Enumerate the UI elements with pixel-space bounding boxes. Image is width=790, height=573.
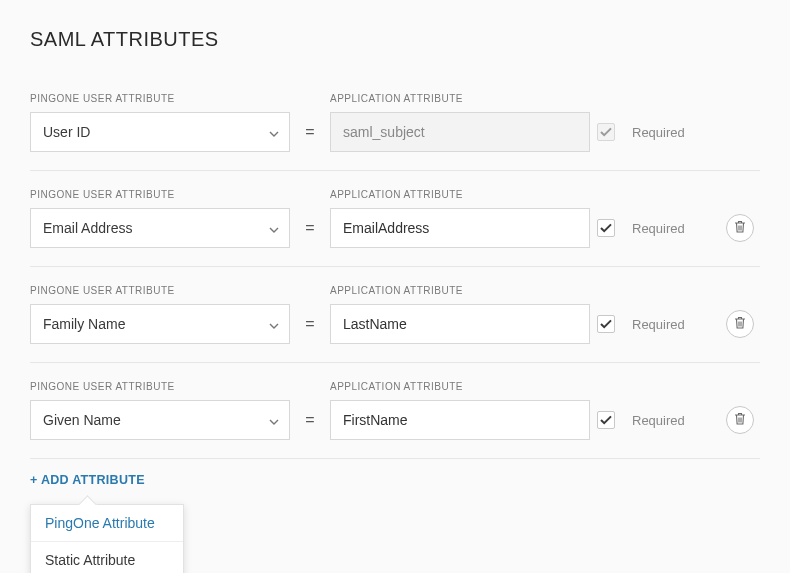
pingone-column: PINGONE USER ATTRIBUTE Given Name: [30, 381, 290, 440]
select-value: Given Name: [43, 412, 121, 428]
select-value: User ID: [43, 124, 90, 140]
trash-icon: [734, 315, 746, 333]
attribute-row: PINGONE USER ATTRIBUTE Given Name = APPL…: [30, 363, 760, 459]
required-label: Required: [622, 208, 720, 248]
trash-icon: [734, 219, 746, 237]
application-attribute-label: APPLICATION ATTRIBUTE: [330, 285, 590, 296]
dropdown-item-static[interactable]: Static Attribute: [31, 542, 183, 573]
trash-wrap: [720, 208, 760, 248]
pingone-attribute-label: PINGONE USER ATTRIBUTE: [30, 189, 290, 200]
application-attribute-input[interactable]: FirstName: [330, 400, 590, 440]
required-label: Required: [622, 112, 720, 152]
chevron-down-icon: [269, 316, 279, 332]
pingone-column: PINGONE USER ATTRIBUTE User ID: [30, 93, 290, 152]
delete-button[interactable]: [726, 214, 754, 242]
required-checkbox-wrap: [590, 400, 622, 440]
attribute-row: PINGONE USER ATTRIBUTE User ID = APPLICA…: [30, 75, 760, 171]
required-checkbox[interactable]: [597, 315, 615, 333]
required-label: Required: [622, 304, 720, 344]
application-attribute-input: saml_subject: [330, 112, 590, 152]
equals-sign: =: [290, 304, 330, 344]
page-title: SAML ATTRIBUTES: [30, 28, 760, 51]
pingone-attribute-label: PINGONE USER ATTRIBUTE: [30, 285, 290, 296]
equals-sign: =: [290, 400, 330, 440]
application-attribute-label: APPLICATION ATTRIBUTE: [330, 93, 590, 104]
trash-wrap: [720, 400, 760, 440]
application-attribute-input[interactable]: EmailAddress: [330, 208, 590, 248]
application-column: APPLICATION ATTRIBUTE saml_subject: [330, 93, 590, 152]
required-checkbox-wrap: [590, 112, 622, 152]
application-column: APPLICATION ATTRIBUTE LastName: [330, 285, 590, 344]
pingone-column: PINGONE USER ATTRIBUTE Email Address: [30, 189, 290, 248]
equals-sign: =: [290, 208, 330, 248]
chevron-down-icon: [269, 220, 279, 236]
select-value: Email Address: [43, 220, 132, 236]
required-checkbox[interactable]: [597, 219, 615, 237]
application-attribute-input[interactable]: LastName: [330, 304, 590, 344]
pingone-column: PINGONE USER ATTRIBUTE Family Name: [30, 285, 290, 344]
trash-wrap: [720, 304, 760, 344]
pingone-attribute-select[interactable]: Email Address: [30, 208, 290, 248]
pingone-attribute-label: PINGONE USER ATTRIBUTE: [30, 381, 290, 392]
required-checkbox-wrap: [590, 208, 622, 248]
pingone-attribute-select[interactable]: Family Name: [30, 304, 290, 344]
required-checkbox[interactable]: [597, 411, 615, 429]
equals-sign: =: [290, 112, 330, 152]
dropdown-item-pingone[interactable]: PingOne Attribute: [31, 505, 183, 542]
chevron-down-icon: [269, 412, 279, 428]
delete-button[interactable]: [726, 406, 754, 434]
pingone-attribute-label: PINGONE USER ATTRIBUTE: [30, 93, 290, 104]
pingone-attribute-select[interactable]: User ID: [30, 112, 290, 152]
add-attribute-dropdown: PingOne Attribute Static Attribute: [30, 504, 184, 573]
add-attribute-button[interactable]: + ADD ATTRIBUTE: [30, 473, 145, 487]
attribute-row: PINGONE USER ATTRIBUTE Family Name = APP…: [30, 267, 760, 363]
attribute-row: PINGONE USER ATTRIBUTE Email Address = A…: [30, 171, 760, 267]
trash-placeholder: [720, 112, 760, 152]
required-label: Required: [622, 400, 720, 440]
delete-button[interactable]: [726, 310, 754, 338]
required-checkbox-wrap: [590, 304, 622, 344]
pingone-attribute-select[interactable]: Given Name: [30, 400, 290, 440]
application-column: APPLICATION ATTRIBUTE FirstName: [330, 381, 590, 440]
required-checkbox: [597, 123, 615, 141]
application-column: APPLICATION ATTRIBUTE EmailAddress: [330, 189, 590, 248]
trash-icon: [734, 411, 746, 429]
application-attribute-label: APPLICATION ATTRIBUTE: [330, 189, 590, 200]
chevron-down-icon: [269, 124, 279, 140]
application-attribute-label: APPLICATION ATTRIBUTE: [330, 381, 590, 392]
select-value: Family Name: [43, 316, 125, 332]
